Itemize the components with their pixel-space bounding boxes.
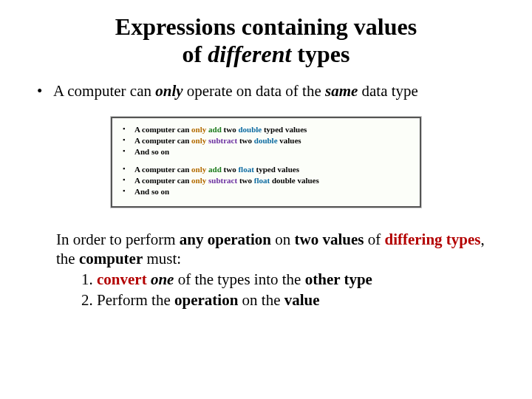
ib-a: A computer can [134, 125, 191, 134]
ib-b: two [237, 136, 254, 145]
p-c: on [271, 231, 295, 248]
title-line2c: types [291, 41, 349, 67]
inset-container: A computer can only add two double typed… [34, 117, 498, 208]
s2-a: Perform the [97, 291, 174, 309]
slide: Expressions containing values of differe… [0, 0, 532, 399]
p-a: In order to perform [56, 231, 180, 248]
steps-list: 1. convert one of the types into the oth… [81, 270, 498, 310]
ib-a: A computer can [134, 165, 191, 174]
b1-t3: data type [358, 82, 418, 100]
ib-sub: subtract [208, 176, 237, 185]
ib-add: add [208, 165, 222, 174]
ib-c: double values [270, 176, 319, 185]
ib-type: float [254, 176, 270, 185]
s1-n: 1. [81, 270, 97, 288]
ib-type: float [238, 165, 253, 174]
s1-d: other type [305, 270, 372, 288]
ib-b: two [222, 125, 239, 134]
p-d: two values [295, 231, 364, 248]
b1-same: same [325, 82, 358, 100]
title-line2a: of [183, 41, 208, 67]
s1-b: one [151, 270, 174, 288]
inset-box: A computer can only add two double typed… [111, 117, 421, 208]
inset-line: A computer can only subtract two float d… [121, 175, 411, 186]
b1-t1: A computer can [53, 82, 155, 100]
s1-a: convert [97, 270, 151, 288]
inset-line: A computer can only add two double typed… [121, 124, 411, 135]
ib-only: only [191, 165, 208, 174]
ib-type: double [238, 125, 262, 134]
s2-n: 2. [81, 291, 97, 309]
inset-line: A computer can only add two float typed … [121, 164, 411, 175]
ib-sub: subtract [208, 136, 237, 145]
ib-type: double [254, 136, 278, 145]
main-bullet: •A computer can only operate on data of … [34, 81, 498, 100]
inset-line: And so on [121, 186, 411, 197]
inset-line: A computer can only subtract two double … [121, 135, 411, 146]
inset-group-1: A computer can only add two double typed… [121, 124, 411, 157]
b1-only: only [155, 82, 183, 100]
slide-title: Expressions containing values of differe… [34, 13, 498, 68]
ib-only: only [191, 176, 208, 185]
step-2: 2. Perform the operation on the value [81, 290, 498, 310]
ib-a: A computer can [134, 176, 191, 185]
s2-b: operation [174, 291, 238, 309]
p-i: must: [143, 250, 181, 267]
p-f: differing types [384, 231, 480, 248]
bullet-dot: • [37, 81, 53, 100]
step-1: 1. convert one of the types into the oth… [81, 270, 498, 290]
title-line2-italic: different [208, 41, 291, 67]
ib-c: typed values [262, 125, 307, 134]
s1-c: of the types into the [174, 270, 304, 288]
ib-b: two [237, 176, 254, 185]
title-line1: Expressions containing values [115, 13, 417, 40]
ib-only: only [191, 136, 208, 145]
ib-b: two [222, 165, 239, 174]
ib-a: And so on [134, 187, 169, 196]
inset-group-2: A computer can only add two float typed … [121, 164, 411, 197]
b1-t2: operate on data of the [183, 82, 325, 100]
ib-a: A computer can [134, 136, 191, 145]
ib-c: typed values [254, 165, 299, 174]
ib-add: add [208, 125, 222, 134]
p-b: any operation [180, 231, 271, 248]
p-h: computer [79, 250, 143, 267]
p-e: of [364, 231, 384, 248]
ib-only: only [191, 125, 208, 134]
s2-c: on the [238, 291, 284, 309]
s2-d: value [284, 291, 320, 309]
ib-a: And so on [134, 147, 169, 156]
ib-c: values [278, 136, 301, 145]
conclusion-paragraph: In order to perform any operation on two… [56, 230, 489, 269]
inset-line: And so on [121, 146, 411, 157]
